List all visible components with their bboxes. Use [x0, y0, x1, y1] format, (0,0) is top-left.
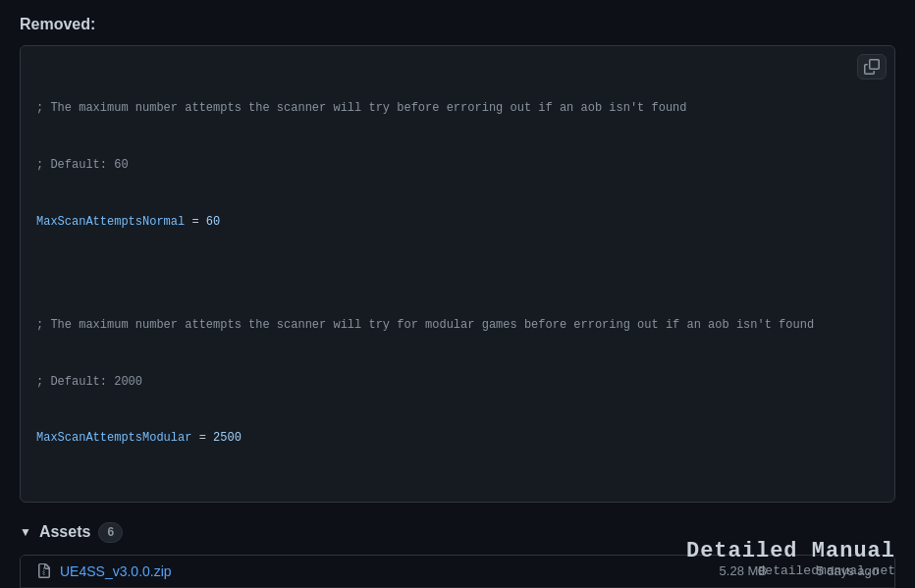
branding-url: detailedmanual.net [686, 563, 895, 578]
zip-icon [36, 563, 52, 579]
asset-link-1[interactable]: UE4SS_v3.0.0.zip [60, 563, 678, 579]
assets-count-badge: 6 [98, 522, 123, 543]
removed-section: Removed: ; The maximum number attempts t… [20, 16, 895, 503]
copy-icon [864, 59, 880, 75]
branding-area: Detailed Manual detailedmanual.net [686, 539, 895, 578]
copy-button[interactable] [857, 54, 887, 80]
code-content: ; The maximum number attempts the scanne… [36, 62, 879, 486]
assets-toggle-icon[interactable]: ▼ [20, 525, 31, 539]
removed-title: Removed: [20, 16, 895, 33]
code-block: ; The maximum number attempts the scanne… [20, 45, 895, 503]
assets-title: Assets [39, 523, 90, 541]
branding-title: Detailed Manual [686, 539, 895, 563]
